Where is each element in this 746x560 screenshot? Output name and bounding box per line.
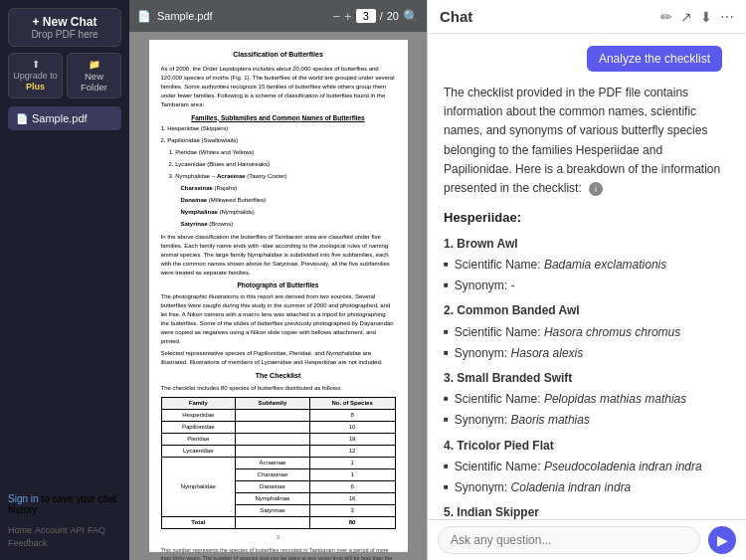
send-button[interactable]: ▶ xyxy=(708,526,736,554)
footer-home[interactable]: Home xyxy=(8,525,32,535)
pdf-page-bottom: 3 xyxy=(161,533,396,542)
table-header-subfamily: Subfamily xyxy=(236,397,310,409)
pdf-family-5: 3. Nymphalidae – Acraeinae (Tawny Coster… xyxy=(161,172,396,181)
pdf-photos-para: The photographic illustrations in this r… xyxy=(161,292,396,346)
footer-api[interactable]: API xyxy=(71,525,86,535)
table-header-family: Family xyxy=(161,397,236,409)
pdf-tab-icon: 📄 xyxy=(137,10,151,23)
pdf-rep-para: Selected representative species of Papil… xyxy=(161,349,396,367)
table-row-total: Total80 xyxy=(161,516,395,528)
pdf-footer-para: This number represents the species of bu… xyxy=(161,546,396,561)
chat-item-3: 3. Small Branded Swift Scientific Name: … xyxy=(444,369,730,431)
send-icon: ▶ xyxy=(717,532,728,548)
table-row: Hesperiidae8 xyxy=(161,409,395,421)
pdf-family-2: 2. Papilionidae (Swallowtails) xyxy=(161,136,396,145)
pdf-family-4: 2. Lycaenidae (Blues and Hairstreaks) xyxy=(161,160,396,169)
pdf-family-6: Charaxinae (Rajahs) xyxy=(161,184,396,193)
table-row: Papilionidae10 xyxy=(161,421,395,433)
page-total: 20 xyxy=(387,10,399,22)
pdf-checklist-intro: The checklist includes 80 species of but… xyxy=(161,384,396,393)
folder-icon: 📁 xyxy=(89,59,100,70)
more-icon[interactable]: ⋯ xyxy=(720,9,734,25)
pdf-family-8: Nymphalinae (Nymphalids) xyxy=(161,208,396,217)
page-separator: / xyxy=(380,10,383,22)
upgrade-button[interactable]: ⬆ Upgrade to Plus xyxy=(8,53,63,98)
search-icon-button[interactable]: 🔍 xyxy=(403,9,419,24)
footer-faq[interactable]: FAQ xyxy=(88,525,105,535)
edit-icon[interactable]: ✏ xyxy=(660,9,672,25)
share-icon[interactable]: ↗ xyxy=(680,9,692,25)
chat-body: The checklist provided in the PDF file c… xyxy=(428,84,746,519)
chat-header-icons: ✏ ↗ ⬇ ⋯ xyxy=(660,9,734,25)
table-row: Lycaenidae12 xyxy=(161,445,395,457)
chat-item-1: 1. Brown Awl Scientific Name: Badamia ex… xyxy=(444,235,730,296)
signin-link[interactable]: Sign in xyxy=(8,493,39,504)
pdf-section1: Families, Subfamilies and Common Names o… xyxy=(161,113,396,123)
plus-label: Plus xyxy=(26,82,45,92)
pdf-photos-title: Photographs of Butterflies xyxy=(161,280,396,290)
pdf-family-7: Danainae (Milkweed Butterflies) xyxy=(161,196,396,205)
zoom-out-button[interactable]: − xyxy=(333,9,341,24)
signin-section: Sign in to save your chat history xyxy=(8,493,121,515)
chat-intro: The checklist provided in the PDF file c… xyxy=(444,84,730,198)
new-chat-button[interactable]: + New Chat Drop PDF here xyxy=(8,8,121,47)
pdf-family-3: 1. Pieridae (Whites and Yellows) xyxy=(161,148,396,157)
chat-message: The checklist provided in the PDF file c… xyxy=(444,84,730,519)
pdf-family-1: 1. Hesperiidae (Skippers) xyxy=(161,124,396,133)
chat-input-row: ▶ xyxy=(428,519,746,560)
new-folder-label: New Folder xyxy=(71,71,117,93)
chat-title: Chat xyxy=(440,8,660,25)
sample-pdf-item[interactable]: 📄 Sample.pdf xyxy=(8,106,121,130)
pdf-para2: In the above classification the butterfl… xyxy=(161,233,396,278)
chat-section-hesperiidae: Hesperiidae: xyxy=(444,208,730,229)
chat-item-4: 4. Tricolor Pied Flat Scientific Name: P… xyxy=(444,437,730,498)
chat-item-5: 5. Indian Skipper Scientific Name: Spial… xyxy=(444,503,730,519)
download-icon[interactable]: ⬇ xyxy=(700,9,712,25)
pdf-checklist-table: Family Subfamily No. of Species Hesperii… xyxy=(161,397,396,529)
pdf-checklist-title: The Checklist xyxy=(161,371,396,382)
table-header-species: No. of Species xyxy=(309,397,395,409)
sample-pdf-label: Sample.pdf xyxy=(32,112,88,124)
footer-links: Home Account API FAQ Feedback xyxy=(0,521,129,552)
new-chat-label: + New Chat xyxy=(17,15,112,29)
drop-pdf-label: Drop PDF here xyxy=(17,29,112,40)
pdf-page-title: Classification of Butterflies xyxy=(161,50,396,61)
chat-input[interactable] xyxy=(438,526,700,554)
pdf-page: Classification of Butterflies As of 2000… xyxy=(149,40,408,552)
chat-header: Chat ✏ ↗ ⬇ ⋯ xyxy=(428,0,746,34)
footer-feedback[interactable]: Feedback xyxy=(8,538,48,548)
new-folder-button[interactable]: 📁 New Folder xyxy=(67,53,121,98)
pdf-file-icon: 📄 xyxy=(16,113,28,124)
pdf-intro: As of 2000, the Order Lepidoptera includ… xyxy=(161,65,396,109)
info-icon: i xyxy=(589,182,603,196)
pdf-tab-label: Sample.pdf xyxy=(157,10,213,22)
chat-item-2: 2. Common Banded Awl Scientific Name: Ha… xyxy=(444,301,730,363)
upgrade-label: Upgrade to xyxy=(13,71,58,81)
table-row: NymphalidaeAcraeinae1 xyxy=(161,457,395,468)
table-row: Pieridae19 xyxy=(161,433,395,445)
footer-account[interactable]: Account xyxy=(35,525,68,535)
upgrade-icon: ⬆ xyxy=(32,59,40,70)
zoom-in-button[interactable]: + xyxy=(344,9,352,24)
pdf-family-9: Satyrinae (Browns) xyxy=(161,220,396,229)
page-number-input[interactable] xyxy=(356,9,376,23)
analyze-checklist-button[interactable]: Analyze the checklist xyxy=(587,46,722,72)
